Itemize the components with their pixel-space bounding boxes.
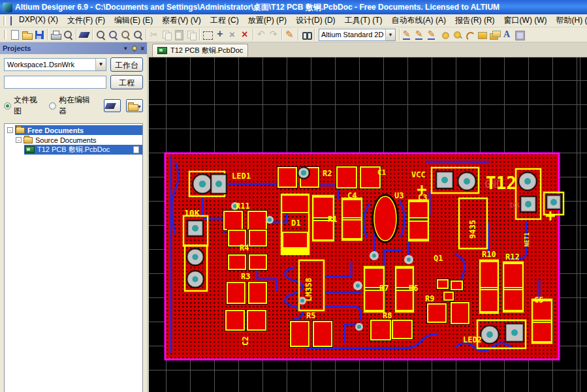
pcb-smd-pad[interactable] — [503, 264, 523, 288]
pcb-silkscreen-label[interactable]: D1 — [291, 219, 300, 228]
pcb-silkscreen-label[interactable]: LED2 — [463, 335, 482, 344]
pcb-smd-pad[interactable] — [227, 282, 245, 303]
pcb-component-body[interactable] — [374, 196, 396, 241]
pcb-smd-pad[interactable] — [248, 211, 266, 230]
pcb-drill-hole[interactable] — [199, 181, 206, 188]
zoom-area-icon[interactable] — [107, 29, 119, 41]
pcb-smd-pad[interactable] — [224, 211, 242, 230]
view-configuration-select[interactable]: Altium Standard 2D ▼ — [319, 29, 396, 41]
pcb-silkscreen-label[interactable]: T12 — [486, 173, 516, 193]
pcb-silkscreen-label[interactable]: R7 — [379, 284, 389, 293]
pcb-smd-pad[interactable] — [451, 303, 469, 324]
pcb-drill-hole[interactable] — [301, 170, 306, 175]
print-preview-icon[interactable] — [62, 29, 74, 41]
place-polygon-icon[interactable] — [488, 29, 501, 41]
pcb-smd-pad[interactable] — [226, 310, 244, 330]
pcb-drill-hole[interactable] — [511, 329, 518, 336]
pcb-silkscreen-label[interactable]: R1 — [328, 215, 337, 224]
redo-icon[interactable] — [268, 29, 280, 41]
pcb-smd-pad[interactable] — [342, 200, 362, 218]
pcb-editor-canvas[interactable]: LED1R2C1VCCGNDT12U3C3C4R1D1R1110KR4R3C2L… — [149, 57, 587, 392]
pcb-silkscreen-label[interactable]: VCC — [411, 170, 426, 179]
pcb-drill-hole[interactable] — [192, 276, 198, 282]
route-multi-icon[interactable] — [426, 29, 439, 41]
pcb-smd-pad[interactable] — [409, 202, 428, 218]
chevron-down-icon[interactable]: ▼ — [95, 59, 106, 70]
tree-item[interactable]: -Free Documents — [5, 125, 142, 135]
pcb-silkscreen-label[interactable]: R3 — [241, 272, 250, 281]
pcb-silkscreen-label[interactable]: R9 — [425, 294, 434, 303]
pcb-silkscreen-label[interactable]: Q1 — [434, 254, 443, 263]
pcb-drill-hole[interactable] — [441, 177, 448, 183]
place-pad-icon[interactable] — [439, 29, 451, 41]
pcb-smd-pad[interactable] — [249, 230, 266, 246]
zoom-out-icon[interactable] — [119, 29, 132, 41]
pcb-drill-hole[interactable] — [525, 201, 531, 207]
place-string-icon[interactable] — [501, 29, 513, 41]
menu-item[interactable]: 设计(D) (D) — [291, 14, 340, 27]
pcb-drill-hole[interactable] — [486, 331, 493, 338]
move-object-icon[interactable] — [214, 29, 227, 41]
pcb-drill-hole[interactable] — [524, 178, 531, 185]
zoom-selected-icon[interactable] — [132, 29, 144, 41]
pcb-smd-pad[interactable] — [428, 304, 446, 322]
close-icon[interactable]: × — [140, 45, 144, 52]
cut-icon[interactable] — [148, 29, 161, 41]
pcb-via-hole[interactable] — [268, 218, 272, 222]
workspace-button[interactable]: 工作台 — [110, 57, 143, 72]
pcb-silkscreen-label[interactable]: C1 — [377, 168, 387, 177]
menu-item[interactable]: 工具(T) (T) — [340, 14, 387, 27]
place-fill-icon[interactable] — [476, 29, 488, 41]
menu-item[interactable]: 编辑(E) (E) — [110, 14, 157, 27]
route-track-icon[interactable] — [402, 29, 414, 41]
pcb-smd-pad[interactable] — [437, 280, 448, 288]
open-document-icon[interactable] — [21, 29, 33, 41]
pcb-silkscreen-label[interactable]: C5 — [534, 295, 543, 305]
pcb-smd-pad[interactable] — [503, 290, 523, 310]
tree-expander[interactable]: - — [7, 127, 13, 133]
pcb-smd-pad[interactable] — [480, 262, 498, 288]
route-differential-icon[interactable] — [414, 29, 426, 41]
pcb-silkscreen-label[interactable]: LED1 — [232, 172, 251, 181]
pcb-silkscreen-label[interactable]: R5 — [306, 311, 315, 320]
pcb-drill-hole[interactable] — [464, 178, 470, 185]
paste-special-icon[interactable] — [185, 29, 198, 41]
pcb-silkscreen-label[interactable]: U3 — [394, 191, 404, 200]
undo-icon[interactable] — [255, 29, 268, 41]
pcb-silkscreen-bar[interactable] — [281, 247, 309, 254]
file-view-radio[interactable] — [4, 102, 11, 110]
menu-item[interactable]: DXP(X) (X) — [14, 14, 63, 27]
pcb-smd-pad[interactable] — [229, 255, 246, 269]
pcb-smd-pad[interactable] — [392, 320, 412, 339]
pcb-drill-hole[interactable] — [215, 181, 222, 187]
print-icon[interactable] — [50, 29, 62, 41]
pcb-smd-pad[interactable] — [249, 255, 266, 269]
find-icon[interactable] — [300, 29, 313, 41]
pcb-smd-pad[interactable] — [249, 282, 266, 303]
pcb-silkscreen-label[interactable]: LM358 — [304, 278, 313, 301]
pcb-via-hole[interactable] — [407, 258, 411, 262]
menu-item[interactable]: 文件(F) (F) — [63, 14, 110, 27]
workspace-select[interactable]: Workspace1.DsnWrk ▼ — [4, 58, 106, 71]
document-tab[interactable]: T12 PCB 敷铜.PcbDoc — [152, 44, 248, 57]
pcb-smd-pad[interactable] — [532, 322, 552, 342]
place-arc-icon[interactable] — [464, 29, 476, 41]
pcb-via-hole[interactable] — [357, 325, 361, 329]
pcb-silkscreen-label[interactable]: R10 — [482, 250, 496, 259]
menu-item[interactable]: 工程 (C) — [206, 14, 244, 27]
pcb-board-drawing[interactable]: LED1R2C1VCCGNDT12U3C3C4R1D1R1110KR4R3C2L… — [149, 57, 585, 392]
deselect-icon[interactable] — [227, 29, 239, 41]
menu-item[interactable]: 报告(R) (R) — [451, 14, 500, 27]
pcb-smd-pad[interactable] — [342, 220, 362, 239]
open-document-dropdown-button[interactable]: ▼ — [126, 99, 143, 112]
pcb-smd-pad[interactable] — [409, 221, 428, 239]
pcb-smd-pad[interactable] — [444, 292, 453, 300]
pcb-silkscreen-label[interactable]: R4 — [240, 243, 249, 252]
pcb-smd-pad[interactable] — [480, 290, 498, 312]
pcb-silkscreen-label[interactable]: R8 — [383, 311, 392, 320]
paste-icon[interactable] — [173, 29, 185, 41]
new-document-icon[interactable] — [8, 29, 21, 41]
toolbar-grip[interactable] — [3, 16, 6, 25]
pcb-silkscreen-label[interactable]: R12 — [505, 252, 520, 262]
pin-icon[interactable] — [131, 46, 137, 52]
